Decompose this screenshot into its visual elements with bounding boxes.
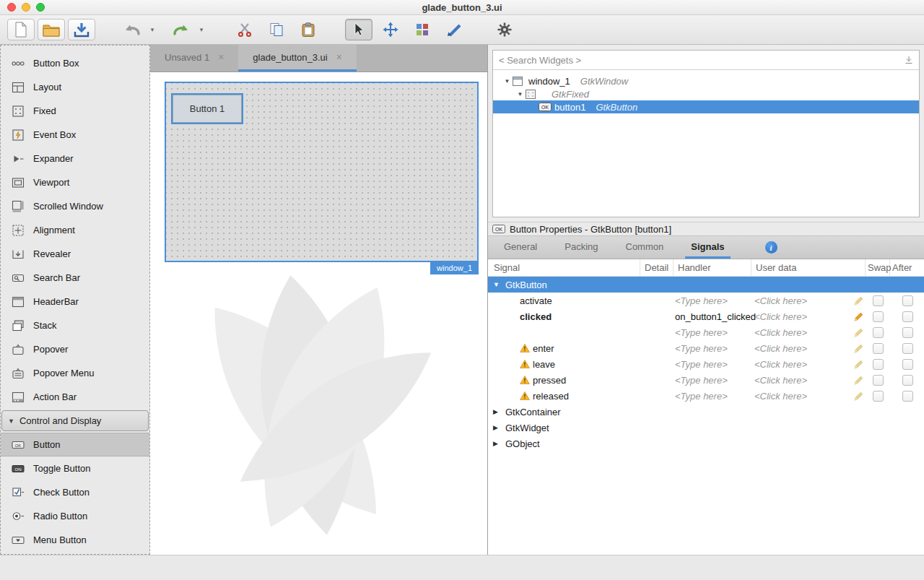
user-data-cell[interactable]: <Click here> xyxy=(754,391,807,402)
swap-checkbox[interactable] xyxy=(873,391,884,402)
properties-tab-packing[interactable]: Packing xyxy=(559,236,603,259)
signal-row-empty[interactable]: <Type here><Click here> xyxy=(488,324,924,340)
expander-open-icon[interactable]: ▼ xyxy=(502,78,513,85)
search-widgets-input[interactable] xyxy=(499,55,905,66)
palette-item-headerbar[interactable]: HeaderBar xyxy=(1,290,149,313)
palette-item-fixed[interactable]: Fixed xyxy=(1,99,149,123)
expander-open-icon[interactable]: ▼ xyxy=(515,91,526,98)
palette-item-toggle-button[interactable]: ONToggle Button xyxy=(1,456,149,480)
signal-class-row-gtkcontainer[interactable]: ▶GtkContainer xyxy=(488,404,924,420)
swap-checkbox[interactable] xyxy=(873,295,884,306)
minimize-window-button[interactable] xyxy=(22,3,30,12)
user-data-cell[interactable]: <Click here> xyxy=(754,327,807,338)
palette-item-radio-button[interactable]: Radio Button xyxy=(1,504,149,528)
swap-checkbox[interactable] xyxy=(873,327,884,338)
palette-item-event-box[interactable]: Event Box xyxy=(1,123,149,147)
tab-unsaved-1[interactable]: Unsaved 1 × xyxy=(150,45,238,72)
edit-handler-icon[interactable] xyxy=(853,327,864,338)
signal-info-icon[interactable]: i xyxy=(765,241,777,254)
palette-item-alignment[interactable]: Alignment xyxy=(1,218,149,242)
edit-handler-icon[interactable] xyxy=(853,311,864,322)
handler-cell[interactable]: <Type here> xyxy=(675,343,728,354)
tab-glade-button-3-ui[interactable]: glade_button_3.ui × xyxy=(238,45,357,72)
design-canvas[interactable]: Button 1 window_1 xyxy=(150,72,487,555)
redo-menu-button[interactable]: ▾ xyxy=(195,19,208,40)
zoom-window-button[interactable] xyxy=(36,3,45,12)
swap-checkbox[interactable] xyxy=(873,343,884,354)
paste-button[interactable] xyxy=(295,19,322,40)
palette-section-control-and-display[interactable]: ▼Control and Display xyxy=(1,410,149,431)
after-checkbox[interactable] xyxy=(902,375,913,386)
properties-tab-general[interactable]: General xyxy=(498,236,543,259)
edit-handler-icon[interactable] xyxy=(853,343,864,354)
handler-cell[interactable]: <Type here> xyxy=(675,391,728,402)
properties-tab-signals[interactable]: Signals xyxy=(685,236,730,259)
cut-button[interactable] xyxy=(231,19,258,40)
signal-row-clicked[interactable]: clickedon_button1_clicked<Click here> xyxy=(488,308,924,324)
copy-button[interactable] xyxy=(263,19,290,40)
tree-row-window-1[interactable]: ▼window_1GtkWindow xyxy=(493,74,919,87)
signal-class-row-gtkwidget[interactable]: ▶GtkWidget xyxy=(488,420,924,436)
drag-resize-button[interactable] xyxy=(377,19,404,40)
after-checkbox[interactable] xyxy=(902,343,913,354)
redo-button[interactable] xyxy=(167,19,195,40)
window-badge[interactable]: window_1 xyxy=(430,262,479,274)
user-data-cell[interactable]: <Click here> xyxy=(754,359,807,370)
edit-handler-icon[interactable] xyxy=(853,295,864,306)
expander-open-icon[interactable]: ▼ xyxy=(493,281,503,288)
new-project-button[interactable] xyxy=(7,19,35,40)
swap-checkbox[interactable] xyxy=(873,311,884,322)
edit-handler-icon[interactable] xyxy=(853,359,864,370)
handler-cell[interactable]: <Type here> xyxy=(675,327,728,338)
signal-class-row-gtkbutton[interactable]: ▼GtkButton xyxy=(488,277,924,293)
palette-item-scrolled-window[interactable]: Scrolled Window xyxy=(1,194,149,218)
tree-row-gtkfixed[interactable]: ▼GtkFixed xyxy=(493,87,919,100)
handler-cell[interactable]: <Type here> xyxy=(675,375,728,386)
palette-item-popover[interactable]: Popover xyxy=(1,337,149,361)
close-window-button[interactable] xyxy=(7,3,16,12)
handler-cell[interactable]: <Type here> xyxy=(675,295,728,306)
close-tab-icon[interactable]: × xyxy=(218,51,224,63)
palette-item-search-bar[interactable]: Search Bar xyxy=(1,266,149,290)
palette-item-button[interactable]: OKButton xyxy=(1,433,149,456)
expander-closed-icon[interactable]: ▶ xyxy=(493,424,503,431)
palette-item-stack[interactable]: Stack xyxy=(1,313,149,337)
signal-row-pressed[interactable]: pressed<Type here><Click here> xyxy=(488,372,924,388)
palette-item-revealer[interactable]: Revealer xyxy=(1,242,149,266)
design-button-button1[interactable]: Button 1 xyxy=(171,93,243,124)
palette-item-check-button[interactable]: Check Button xyxy=(1,480,149,504)
palette-item-expander[interactable]: Expander xyxy=(1,147,149,170)
expander-closed-icon[interactable]: ▶ xyxy=(493,408,503,415)
handler-cell[interactable]: on_button1_clicked xyxy=(675,311,756,322)
undo-button[interactable] xyxy=(118,19,146,40)
undo-menu-button[interactable]: ▾ xyxy=(146,19,159,40)
edit-handler-icon[interactable] xyxy=(853,375,864,386)
user-data-cell[interactable]: <Click here> xyxy=(754,295,807,306)
user-data-cell[interactable]: <Click here> xyxy=(754,343,807,354)
palette-item-menu-button[interactable]: Menu Button xyxy=(1,528,149,552)
palette-item-viewport[interactable]: Viewport xyxy=(1,170,149,194)
margin-edit-button[interactable] xyxy=(409,19,436,40)
palette-item-button-box[interactable]: Button Box xyxy=(1,51,149,75)
save-button[interactable] xyxy=(68,19,95,40)
expander-closed-icon[interactable]: ▶ xyxy=(493,440,503,447)
signal-row-activate[interactable]: activate<Type here><Click here> xyxy=(488,293,924,308)
tree-row-button1[interactable]: OKbutton1GtkButton xyxy=(493,100,919,113)
open-project-button[interactable] xyxy=(38,19,65,40)
signal-row-released[interactable]: released<Type here><Click here> xyxy=(488,388,924,404)
handler-cell[interactable]: <Type here> xyxy=(675,359,728,370)
after-checkbox[interactable] xyxy=(902,311,913,322)
after-checkbox[interactable] xyxy=(902,391,913,402)
palette-item-popover-menu[interactable]: Popover Menu xyxy=(1,361,149,385)
preferences-button[interactable] xyxy=(491,19,518,40)
properties-tab-common[interactable]: Common xyxy=(620,236,670,259)
close-tab-icon[interactable]: × xyxy=(336,51,342,63)
user-data-cell[interactable]: <Click here> xyxy=(754,375,807,386)
swap-checkbox[interactable] xyxy=(873,375,884,386)
palette-item-layout[interactable]: Layout xyxy=(1,75,149,99)
user-data-cell[interactable]: <Click here> xyxy=(754,311,807,322)
design-window-window-1[interactable]: Button 1 xyxy=(165,82,479,262)
edit-handler-icon[interactable] xyxy=(853,391,864,402)
select-widgets-button[interactable] xyxy=(345,19,372,40)
after-checkbox[interactable] xyxy=(902,327,913,338)
